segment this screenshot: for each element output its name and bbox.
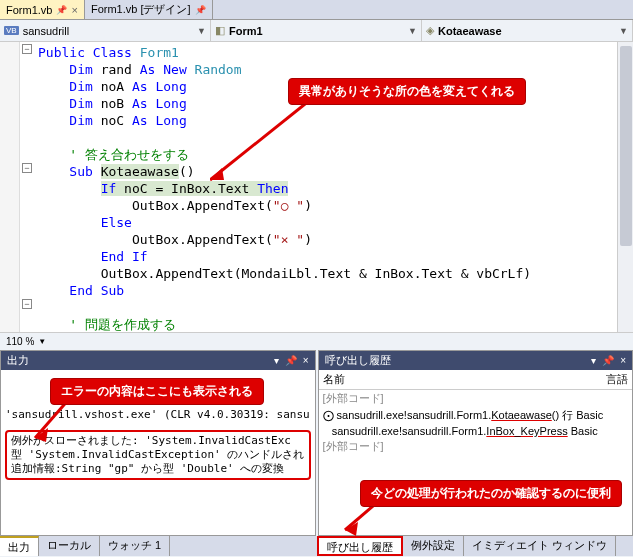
- zoom-value: 110 %: [6, 336, 34, 347]
- tab-immediate[interactable]: イミディエイト ウィンドウ: [464, 536, 616, 556]
- tab-label: Form1.vb: [6, 4, 52, 16]
- annotation-highlight: 異常がありそうな所の色を変えてくれる: [288, 78, 526, 105]
- gutter: [0, 42, 20, 332]
- tab-label: Form1.vb [デザイン]: [91, 2, 191, 17]
- dropdown-icon[interactable]: ▾: [591, 355, 596, 366]
- close-icon[interactable]: ×: [303, 355, 309, 366]
- pin-icon[interactable]: 📌: [195, 5, 206, 15]
- file-tabs: Form1.vb 📌 × Form1.vb [デザイン] 📌: [0, 0, 633, 20]
- annotation-error: エラーの内容はここにも表示される: [50, 378, 264, 405]
- pin-icon[interactable]: 📌: [56, 5, 67, 15]
- panel-title: 呼び出し履歴: [325, 353, 391, 368]
- col-name: 名前: [323, 372, 607, 387]
- method-dropdown[interactable]: ◈ Kotaeawase ▼: [422, 20, 633, 41]
- pin-icon[interactable]: 📌: [285, 355, 297, 366]
- tab-form1-design[interactable]: Form1.vb [デザイン] 📌: [85, 0, 213, 19]
- pin-icon[interactable]: 📌: [602, 355, 614, 366]
- zoom-selector[interactable]: 110 % ▼: [0, 332, 633, 350]
- annotation-callstack: 今どの処理が行われたのか確認するのに便利: [360, 480, 622, 507]
- svg-marker-1: [210, 168, 224, 180]
- dd-label: sansudrill: [23, 25, 69, 37]
- close-icon[interactable]: ×: [71, 4, 77, 16]
- stack-row[interactable]: sansudrill.exe!sansudrill.Form1.InBox_Ke…: [319, 424, 633, 438]
- left-tool-tabs: 出力 ローカル ウォッチ 1: [0, 536, 317, 556]
- col-lang: 言語: [606, 372, 628, 387]
- svg-line-0: [210, 100, 310, 180]
- class-dropdown[interactable]: ◧ Form1 ▼: [211, 20, 422, 41]
- collapse-toggle[interactable]: −: [22, 299, 32, 309]
- tab-form1-vb[interactable]: Form1.vb 📌 ×: [0, 0, 85, 19]
- dropdown-icon[interactable]: ▾: [274, 355, 279, 366]
- panel-title: 出力: [7, 353, 29, 368]
- tab-output[interactable]: 出力: [0, 536, 39, 556]
- tab-watch[interactable]: ウォッチ 1: [100, 536, 170, 556]
- dd-label: Kotaeawase: [438, 25, 502, 37]
- tab-locals[interactable]: ローカル: [39, 536, 100, 556]
- collapse-toggle[interactable]: −: [22, 44, 32, 54]
- chevron-down-icon: ▼: [408, 26, 417, 36]
- chevron-down-icon: ▼: [38, 337, 46, 346]
- output-header: 出力 ▾📌×: [1, 351, 315, 370]
- stack-row[interactable]: [外部コード]: [319, 438, 633, 455]
- scrollbar-vertical[interactable]: [617, 42, 633, 332]
- dd-label: Form1: [229, 25, 263, 37]
- callstack-columns: 名前 言語: [319, 370, 633, 390]
- callstack-header: 呼び出し履歴 ▾📌×: [319, 351, 633, 370]
- method-icon: ◈: [426, 24, 434, 37]
- class-icon: ◧: [215, 24, 225, 37]
- outline-margin: − − −: [20, 42, 36, 332]
- nav-dropdowns: VB sansudrill ▼ ◧ Form1 ▼ ◈ Kotaeawase ▼: [0, 20, 633, 42]
- collapse-toggle[interactable]: −: [22, 163, 32, 173]
- close-icon[interactable]: ×: [620, 355, 626, 366]
- stack-row[interactable]: ⨀ sansudrill.exe!sansudrill.Form1.Kotaea…: [319, 407, 633, 424]
- chevron-down-icon: ▼: [619, 26, 628, 36]
- scrollbar-thumb[interactable]: [620, 46, 632, 246]
- vb-badge: VB: [4, 26, 19, 35]
- chevron-down-icon: ▼: [197, 26, 206, 36]
- tab-exception[interactable]: 例外設定: [403, 536, 464, 556]
- stack-row[interactable]: [外部コード]: [319, 390, 633, 407]
- project-dropdown[interactable]: VB sansudrill ▼: [0, 20, 211, 41]
